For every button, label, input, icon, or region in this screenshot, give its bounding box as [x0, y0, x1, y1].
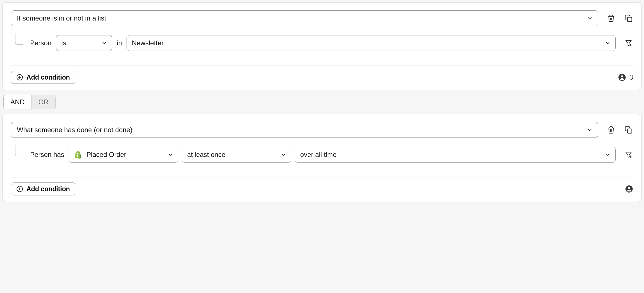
condition-type-select[interactable]: What someone has done (or not done)	[11, 122, 598, 138]
logic-connector: AND OR	[3, 95, 642, 109]
svg-rect-2	[628, 17, 632, 22]
connector-or-label: OR	[39, 98, 49, 106]
chevron-down-icon	[280, 152, 287, 158]
condition-details-row: Person has Placed Order at least once ov…	[11, 147, 633, 163]
condition-type-select[interactable]: If someone is in or not in a list	[11, 10, 598, 26]
plus-circle-icon	[16, 186, 23, 192]
operator-select[interactable]: is	[56, 35, 112, 51]
chevron-down-icon	[167, 152, 174, 158]
duplicate-button[interactable]	[624, 125, 633, 134]
card-footer: Add condition	[11, 182, 633, 195]
add-condition-button[interactable]: Add condition	[11, 182, 75, 195]
card-footer: Add condition 3	[11, 71, 633, 84]
divider	[11, 66, 633, 66]
condition-type-row: If someone is in or not in a list	[11, 10, 633, 26]
profile-count-value: 3	[629, 73, 633, 81]
plus-circle-icon	[16, 74, 23, 81]
filter-add-icon	[625, 151, 632, 158]
add-filter-button[interactable]	[624, 150, 633, 159]
timeframe-select[interactable]: over all time	[295, 147, 616, 163]
delete-button[interactable]	[607, 125, 616, 134]
profile-count: 3	[618, 73, 633, 81]
connector-and-button[interactable]: AND	[3, 95, 32, 109]
chevron-down-icon	[101, 40, 107, 46]
operator-value: is	[61, 39, 66, 47]
chevron-down-icon	[605, 152, 611, 158]
add-filter-button[interactable]	[624, 39, 633, 48]
shopify-icon	[74, 150, 82, 159]
frequency-value: at least once	[187, 151, 225, 159]
connector-and-label: AND	[10, 98, 25, 106]
person-label: Person	[30, 39, 51, 47]
filter-add-icon	[625, 39, 632, 47]
profile-count	[625, 185, 633, 193]
condition-group-2: What someone has done (or not done) Pers…	[2, 114, 642, 202]
condition-type-value: What someone has done (or not done)	[17, 126, 132, 134]
person-has-label: Person has	[30, 151, 64, 159]
svg-point-21	[628, 187, 630, 189]
timeframe-value: over all time	[300, 151, 336, 159]
trash-icon	[607, 14, 615, 22]
add-condition-label: Add condition	[26, 74, 70, 81]
frequency-select[interactable]: at least once	[182, 147, 291, 163]
duplicate-button[interactable]	[624, 14, 633, 23]
add-condition-button[interactable]: Add condition	[11, 71, 75, 84]
connector-or-button[interactable]: OR	[32, 95, 56, 109]
svg-point-10	[621, 75, 623, 78]
in-label: in	[117, 39, 122, 47]
metric-value: Placed Order	[86, 151, 126, 159]
metric-select[interactable]: Placed Order	[69, 147, 178, 163]
copy-icon	[625, 126, 632, 134]
chevron-down-icon	[605, 40, 611, 46]
tree-connector-icon	[15, 145, 23, 156]
person-icon	[618, 73, 626, 81]
person-icon	[625, 185, 633, 193]
list-select[interactable]: Newsletter	[127, 35, 616, 51]
svg-rect-13	[628, 129, 632, 133]
divider	[11, 177, 633, 177]
add-condition-label: Add condition	[26, 185, 70, 193]
tree-connector-icon	[15, 33, 23, 45]
chevron-down-icon	[587, 127, 593, 133]
copy-icon	[625, 14, 632, 22]
condition-type-value: If someone is in or not in a list	[17, 14, 106, 22]
delete-button[interactable]	[607, 14, 616, 23]
condition-type-row: What someone has done (or not done)	[11, 122, 633, 138]
trash-icon	[607, 126, 615, 134]
condition-details-row: Person is in Newsletter	[11, 35, 633, 51]
chevron-down-icon	[587, 15, 593, 21]
list-value: Newsletter	[132, 39, 164, 47]
condition-group-1: If someone is in or not in a list Person…	[2, 2, 642, 90]
